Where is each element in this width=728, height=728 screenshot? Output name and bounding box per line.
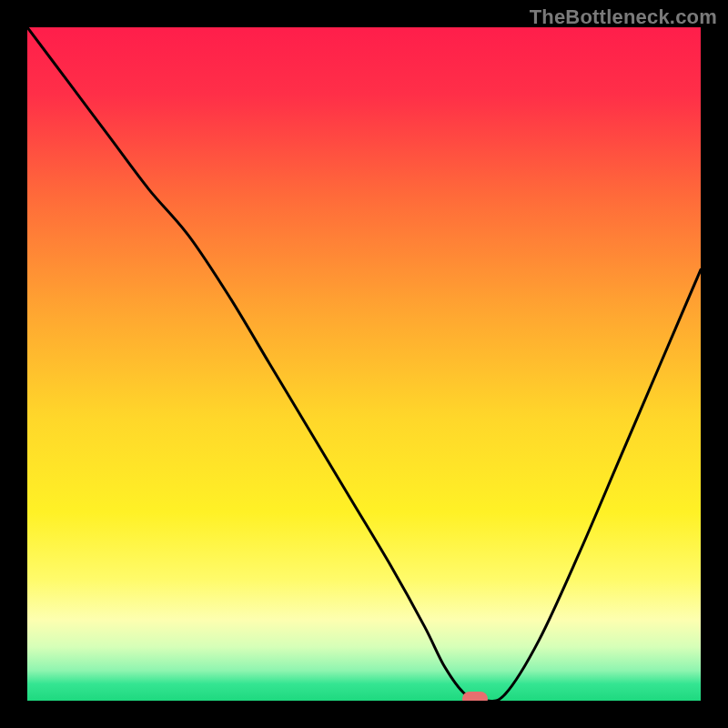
plot-area bbox=[27, 27, 701, 701]
optimal-marker bbox=[462, 692, 488, 701]
bottleneck-chart: TheBottleneck.com bbox=[0, 0, 728, 728]
watermark-text: TheBottleneck.com bbox=[530, 5, 717, 29]
curve-layer bbox=[27, 27, 701, 701]
bottleneck-curve bbox=[27, 27, 701, 701]
